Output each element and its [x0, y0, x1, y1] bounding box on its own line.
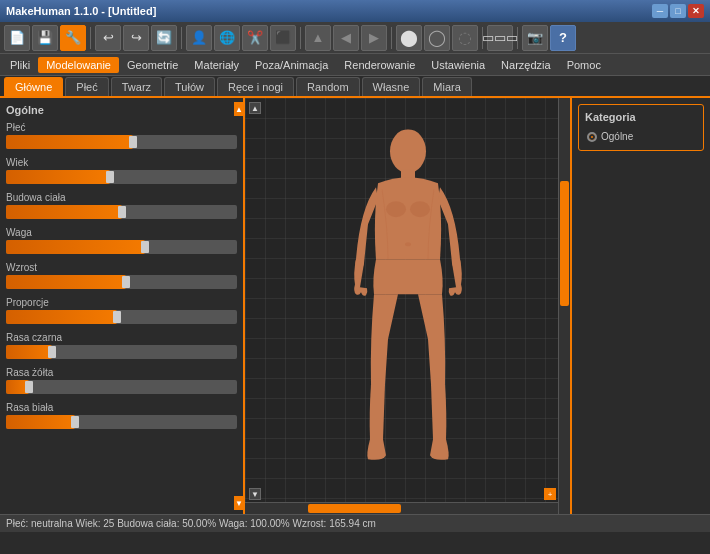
slider-track-7[interactable]: [6, 380, 237, 394]
toolbar-reset[interactable]: 🔄: [151, 25, 177, 51]
viewport-scrollbar-vertical[interactable]: [558, 98, 570, 514]
slider-fill-0: [6, 135, 133, 149]
toolbar-cut[interactable]: ✂️: [242, 25, 268, 51]
toolbar-save[interactable]: 💾: [32, 25, 58, 51]
slider-thumb-5[interactable]: [113, 311, 121, 323]
toolbar-new[interactable]: 📄: [4, 25, 30, 51]
minimize-button[interactable]: ─: [652, 4, 668, 18]
toolbar-tri1[interactable]: ▲: [305, 25, 331, 51]
toolbar-camera[interactable]: 📷: [522, 25, 548, 51]
slider-label-0: Płeć: [6, 122, 237, 133]
menu-pomoc[interactable]: Pomoc: [559, 57, 609, 73]
maximize-button[interactable]: □: [670, 4, 686, 18]
slider-label-8: Rasa biała: [6, 402, 237, 413]
slider-fill-6: [6, 345, 52, 359]
slider-fill-3: [6, 240, 145, 254]
slider-group-4: Wzrost: [6, 262, 237, 289]
menu-modelowanie[interactable]: Modelowanie: [38, 57, 119, 73]
slider-track-8[interactable]: [6, 415, 237, 429]
radio-label-ogolne: Ogólne: [601, 131, 633, 142]
toolbar-sep2: [181, 27, 182, 49]
radio-dot-ogolne: [587, 132, 597, 142]
slider-fill-2: [6, 205, 122, 219]
svg-point-0: [390, 129, 426, 173]
menu-geometrie[interactable]: Geometrie: [119, 57, 186, 73]
radio-ogolne[interactable]: Ogólne: [585, 129, 697, 144]
slider-thumb-2[interactable]: [118, 206, 126, 218]
slider-thumb-7[interactable]: [25, 381, 33, 393]
toolbar-settings[interactable]: 🔧: [60, 25, 86, 51]
viewport-bottom-left-btn[interactable]: ▼: [249, 488, 261, 500]
menu-pliki[interactable]: Pliki: [2, 57, 38, 73]
scrollbar-thumb-horizontal[interactable]: [308, 504, 402, 513]
tab-tulos[interactable]: Tułów: [164, 77, 215, 96]
menu-materialy[interactable]: Materiały: [186, 57, 247, 73]
viewport-corner-btn[interactable]: +: [544, 488, 556, 500]
toolbar-sep1: [90, 27, 91, 49]
svg-point-3: [410, 201, 430, 217]
status-text: Płeć: neutralna Wiek: 25 Budowa ciała: 5…: [6, 518, 376, 529]
slider-thumb-8[interactable]: [71, 416, 79, 428]
slider-fill-1: [6, 170, 110, 184]
panel-arrow-bottom[interactable]: ▼: [234, 496, 244, 510]
toolbar-sphere1[interactable]: ⬤: [396, 25, 422, 51]
tab-rece[interactable]: Ręce i nogi: [217, 77, 294, 96]
menu-ustawienia[interactable]: Ustawienia: [423, 57, 493, 73]
toolbar-sep4: [391, 27, 392, 49]
tab-twarz[interactable]: Twarz: [111, 77, 162, 96]
toolbar-tri3[interactable]: ▶: [361, 25, 387, 51]
slider-track-6[interactable]: [6, 345, 237, 359]
viewport-scrollbar-horizontal[interactable]: [245, 502, 558, 514]
toolbar-sphere3[interactable]: ◌: [452, 25, 478, 51]
slider-thumb-1[interactable]: [106, 171, 114, 183]
toolbar-box[interactable]: ⬛: [270, 25, 296, 51]
viewport[interactable]: + ▲ ▼: [245, 98, 570, 514]
slider-thumb-6[interactable]: [48, 346, 56, 358]
main-content: Ogólne PłećWiekBudowa ciałaWagaWzrostPro…: [0, 98, 710, 514]
toolbar: 📄 💾 🔧 ↩ ↪ 🔄 👤 🌐 ✂️ ⬛ ▲ ◀ ▶ ⬤ ◯ ◌ ▭▭▭ 📷 ?: [0, 22, 710, 54]
left-panel-title: Ogólne: [6, 104, 237, 116]
toolbar-globe[interactable]: 🌐: [214, 25, 240, 51]
slider-track-5[interactable]: [6, 310, 237, 324]
slider-track-3[interactable]: [6, 240, 237, 254]
tab-glowne[interactable]: Główne: [4, 77, 63, 96]
close-button[interactable]: ✕: [688, 4, 704, 18]
tab-miara[interactable]: Miara: [422, 77, 472, 96]
toolbar-undo[interactable]: ↩: [95, 25, 121, 51]
menu-renderowanie[interactable]: Renderowanie: [336, 57, 423, 73]
slider-label-2: Budowa ciała: [6, 192, 237, 203]
slider-track-2[interactable]: [6, 205, 237, 219]
toolbar-sphere2[interactable]: ◯: [424, 25, 450, 51]
slider-group-0: Płeć: [6, 122, 237, 149]
toolbar-redo[interactable]: ↪: [123, 25, 149, 51]
slider-thumb-0[interactable]: [129, 136, 137, 148]
slider-track-1[interactable]: [6, 170, 237, 184]
toolbar-sep3: [300, 27, 301, 49]
tab-wlasne[interactable]: Własne: [362, 77, 421, 96]
viewport-top-left-btn[interactable]: ▲: [249, 102, 261, 114]
right-panel: Kategoria Ogólne: [570, 98, 710, 514]
slider-fill-5: [6, 310, 117, 324]
menu-narzedzia[interactable]: Narzędzia: [493, 57, 559, 73]
panel-arrow-top[interactable]: ▲: [234, 102, 244, 116]
toolbar-tri2[interactable]: ◀: [333, 25, 359, 51]
toolbar-help[interactable]: ?: [550, 25, 576, 51]
tab-plec[interactable]: Płeć: [65, 77, 108, 96]
toolbar-figure[interactable]: 👤: [186, 25, 212, 51]
svg-point-4: [405, 242, 411, 246]
slider-thumb-4[interactable]: [122, 276, 130, 288]
menu-poza[interactable]: Poza/Animacja: [247, 57, 336, 73]
slider-track-4[interactable]: [6, 275, 237, 289]
slider-thumb-3[interactable]: [141, 241, 149, 253]
slider-label-4: Wzrost: [6, 262, 237, 273]
slider-group-3: Waga: [6, 227, 237, 254]
tab-random[interactable]: Random: [296, 77, 360, 96]
slider-fill-8: [6, 415, 75, 429]
toolbar-cylinders[interactable]: ▭▭▭: [487, 25, 513, 51]
slider-track-0[interactable]: [6, 135, 237, 149]
kategoria-title: Kategoria: [585, 111, 697, 123]
scrollbar-thumb-vertical[interactable]: [560, 181, 569, 306]
slider-label-6: Rasa czarna: [6, 332, 237, 343]
titlebar-controls: ─ □ ✕: [652, 4, 704, 18]
slider-group-8: Rasa biała: [6, 402, 237, 429]
